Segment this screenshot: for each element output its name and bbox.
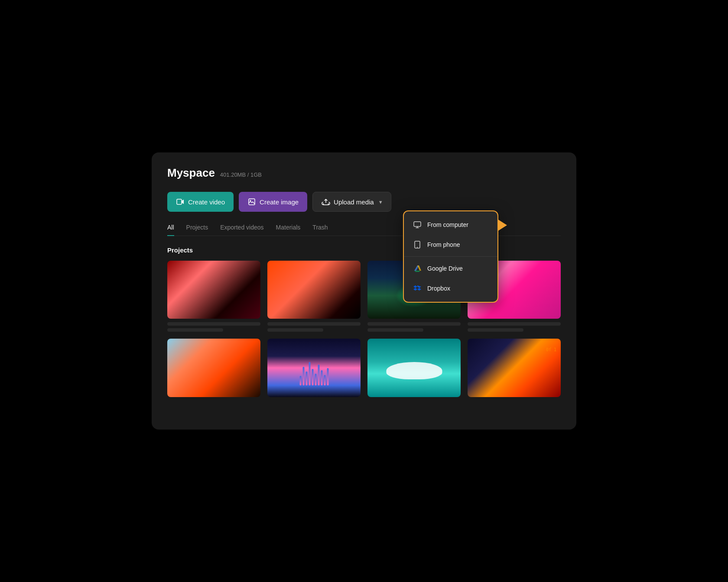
tab-all[interactable]: All — [167, 224, 174, 236]
list-item — [267, 261, 361, 332]
svg-point-5 — [417, 247, 418, 248]
thumbnail[interactable] — [468, 339, 561, 397]
tab-materials[interactable]: Materials — [276, 224, 301, 236]
svg-rect-3 — [414, 222, 421, 226]
skeleton-line — [367, 322, 461, 326]
thumbnail[interactable] — [167, 339, 260, 397]
chevron-down-icon: ▾ — [379, 199, 382, 205]
bar — [306, 372, 307, 385]
upload-dropdown: From computer From phone Google Drive — [403, 210, 498, 303]
thumbnail[interactable] — [367, 339, 461, 397]
astronaut-figure — [386, 362, 442, 379]
dropbox-icon — [413, 284, 422, 293]
dropdown-from-computer[interactable]: From computer — [404, 215, 497, 235]
header: Myspace 401.20MB / 1GB — [167, 166, 561, 180]
item-meta — [468, 322, 561, 332]
smartphone-icon — [413, 240, 422, 249]
bar — [299, 376, 301, 385]
storage-info: 401.20MB / 1GB — [220, 171, 262, 178]
music-visualization — [299, 362, 328, 385]
upload-media-button[interactable]: Upload media ▾ — [312, 192, 391, 212]
item-meta — [267, 322, 361, 332]
tab-trash[interactable]: Trash — [312, 224, 328, 236]
item-meta — [167, 322, 260, 332]
bar — [324, 375, 325, 385]
from-phone-label: From phone — [427, 241, 460, 248]
dropdown-dropbox[interactable]: Dropbox — [404, 278, 497, 298]
bar — [302, 367, 304, 385]
skeleton-line — [267, 322, 361, 326]
upload-icon — [322, 197, 330, 206]
thumbnail[interactable] — [167, 261, 260, 319]
cursor-arrow-icon — [497, 219, 507, 231]
create-image-button[interactable]: Create image — [239, 192, 307, 212]
from-computer-label: From computer — [427, 221, 468, 228]
monitor-icon — [413, 220, 422, 230]
list-item — [267, 339, 361, 397]
skeleton-line — [468, 328, 523, 332]
skeleton-line — [167, 328, 223, 332]
dropdown-google-drive[interactable]: Google Drive — [404, 259, 497, 278]
tab-exported-videos[interactable]: Exported videos — [220, 224, 263, 236]
app-window: Myspace 401.20MB / 1GB Create video Cre — [152, 152, 576, 430]
bar — [321, 370, 322, 385]
projects-section-title: Projects — [167, 246, 561, 254]
skeleton-line — [468, 322, 561, 326]
skeleton-line — [267, 328, 323, 332]
skeleton-line — [367, 328, 423, 332]
divider — [404, 256, 497, 257]
projects-grid — [167, 261, 561, 397]
thumbnail[interactable] — [267, 339, 361, 397]
google-drive-label: Google Drive — [427, 265, 463, 272]
video-icon — [176, 197, 185, 206]
bar — [312, 369, 313, 385]
bar — [327, 368, 328, 385]
image-icon — [247, 197, 256, 206]
create-video-button[interactable]: Create video — [167, 192, 234, 212]
list-item — [167, 261, 260, 332]
bar — [309, 362, 310, 385]
google-drive-icon — [413, 264, 422, 273]
bar — [318, 365, 319, 385]
list-item — [367, 339, 461, 397]
tab-projects[interactable]: Projects — [186, 224, 208, 236]
item-meta — [367, 322, 461, 332]
action-bar: Create video Create image — [167, 192, 561, 212]
svg-rect-0 — [177, 199, 182, 204]
app-title: Myspace — [167, 166, 215, 180]
list-item — [468, 339, 561, 397]
bar — [315, 374, 316, 385]
list-item — [167, 339, 260, 397]
thumbnail[interactable] — [267, 261, 361, 319]
skeleton-line — [167, 322, 260, 326]
dropbox-label: Dropbox — [427, 285, 450, 292]
dropdown-from-phone[interactable]: From phone — [404, 235, 497, 255]
